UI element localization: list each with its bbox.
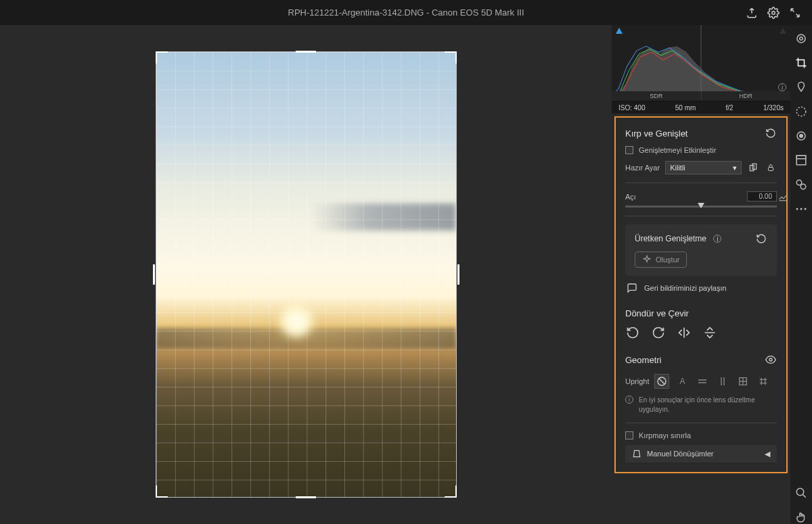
lock-icon[interactable] [765, 162, 777, 174]
crop-corner-tr[interactable] [445, 51, 457, 64]
info-icon[interactable]: i [711, 233, 723, 245]
angle-label: Açı [625, 193, 636, 201]
mask-tool-icon[interactable] [794, 105, 808, 118]
canvas[interactable] [0, 25, 612, 524]
gear-icon[interactable] [767, 7, 780, 19]
transform-icon [632, 449, 641, 458]
crop-corner-tl[interactable] [156, 51, 168, 64]
info-icon[interactable]: i [778, 83, 786, 91]
rotate-title: Döndür ve Çevir [625, 308, 689, 318]
rotate-section: Döndür ve Çevir [616, 302, 786, 347]
swap-orientation-icon[interactable] [747, 162, 759, 174]
svg-point-12 [800, 135, 803, 138]
generative-expand-box: Üretken Genişletme i Oluştur [625, 224, 777, 276]
svg-point-15 [796, 180, 802, 185]
redeye-tool-icon[interactable] [794, 129, 808, 143]
svg-point-5 [769, 358, 772, 361]
geometry-hint: En iyi sonuçlar için önce lens düzeltme … [639, 396, 777, 414]
angle-value[interactable]: 0.00 [747, 191, 777, 201]
more-icon[interactable] [794, 202, 808, 216]
fullscreen-icon[interactable] [789, 7, 801, 19]
reset-crop-icon[interactable] [765, 127, 777, 139]
manual-transforms-label: Manuel Dönüşümler [647, 450, 713, 458]
svg-point-9 [797, 34, 805, 43]
highlight-clip-icon[interactable] [780, 28, 786, 34]
enable-expand-label: Genişletmeyi Etkinleştir [639, 146, 716, 154]
rotate-cw-icon[interactable] [651, 325, 666, 340]
feedback-label: Geri bildiriminizi paylaşın [644, 284, 727, 292]
crop-corner-br[interactable] [445, 485, 457, 498]
chevron-down-icon: ▾ [733, 164, 737, 172]
hand-tool-icon[interactable] [794, 510, 808, 524]
upright-full-button[interactable] [736, 374, 750, 389]
histogram[interactable]: i SDR HDR [612, 25, 790, 101]
svg-point-19 [805, 208, 807, 210]
upright-off-button[interactable] [654, 374, 669, 389]
upright-vertical-button[interactable] [715, 374, 730, 389]
svg-point-20 [796, 488, 804, 496]
rotate-ccw-icon[interactable] [625, 325, 640, 340]
gen-expand-title: Üretken Genişletme [635, 234, 706, 243]
enable-expand-checkbox[interactable] [625, 146, 633, 154]
shadow-clip-icon[interactable] [616, 28, 623, 34]
upright-guided-button[interactable] [756, 374, 771, 389]
angle-slider[interactable] [625, 206, 777, 208]
constrain-crop-checkbox[interactable] [625, 431, 633, 439]
edit-tool-icon[interactable] [794, 32, 808, 45]
export-icon[interactable] [746, 7, 758, 19]
constrain-crop-label: Kırpmayı sınırla [639, 431, 691, 439]
toolstrip [790, 25, 812, 524]
eye-icon[interactable] [765, 354, 777, 366]
svg-point-18 [800, 208, 803, 210]
svg-point-0 [772, 11, 775, 14]
exif-row: ISO: 40050 mmf/21/320s [612, 101, 790, 114]
svg-point-16 [800, 184, 806, 189]
photo [156, 52, 456, 497]
crop-panel-highlight: Kırp ve Genişlet Genişletmeyi Etkinleşti… [614, 116, 788, 473]
chat-icon [627, 283, 637, 293]
generate-button[interactable]: Oluştur [635, 252, 687, 268]
crop-handle-right[interactable] [457, 264, 459, 285]
geometry-section: Geometri Upright A [616, 347, 786, 469]
crop-frame[interactable] [156, 51, 457, 498]
chevron-left-icon: ◀ [765, 450, 770, 458]
upright-label: Upright [625, 377, 649, 385]
preset-label: Hazır Ayar [625, 164, 660, 172]
svg-point-17 [796, 208, 798, 210]
file-title: RPH-121221-Argentina-3142.DNG - Canon EO… [288, 7, 524, 18]
auto-straighten-icon[interactable] [777, 191, 789, 204]
crop-handle-left[interactable] [153, 264, 155, 285]
manual-transforms-row[interactable]: Manuel Dönüşümler ◀ [625, 445, 777, 462]
enable-expand-row[interactable]: Genişletmeyi Etkinleştir [625, 146, 777, 154]
crop-section: Kırp ve Genişlet Genişletmeyi Etkinleşti… [616, 120, 786, 302]
svg-rect-4 [769, 168, 773, 171]
svg-rect-13 [796, 156, 806, 165]
info-icon: i [625, 396, 633, 404]
svg-point-10 [796, 107, 806, 116]
upright-auto-button[interactable]: A [675, 374, 690, 389]
zoom-tool-icon[interactable] [794, 486, 808, 500]
upright-level-button[interactable] [695, 374, 710, 389]
geometry-title: Geometri [625, 355, 661, 365]
crop-tool-icon[interactable] [794, 56, 808, 70]
flip-horizontal-icon[interactable] [677, 325, 692, 340]
presets-icon[interactable] [794, 178, 808, 191]
crop-handle-top[interactable] [296, 51, 316, 53]
sparkle-icon [642, 255, 652, 264]
crop-handle-bottom[interactable] [296, 496, 316, 498]
feedback-row[interactable]: Geri bildiriminizi paylaşın [627, 283, 775, 293]
dynamic-range-bar: SDR HDR [612, 91, 790, 101]
crop-corner-bl[interactable] [156, 485, 168, 498]
panels-icon[interactable] [794, 153, 808, 167]
flip-vertical-icon[interactable] [702, 325, 717, 340]
constrain-crop-row[interactable]: Kırpmayı sınırla [625, 431, 777, 439]
aspect-preset-dropdown[interactable]: Kilitli ▾ [665, 161, 742, 174]
topbar: RPH-121221-Argentina-3142.DNG - Canon EO… [0, 0, 812, 25]
svg-point-8 [800, 37, 803, 41]
crop-title: Kırp ve Genişlet [625, 128, 688, 139]
svg-rect-14 [796, 156, 806, 159]
angle-slider-thumb[interactable] [698, 203, 704, 208]
healing-tool-icon[interactable] [794, 80, 808, 94]
reset-gen-icon[interactable] [755, 233, 767, 245]
